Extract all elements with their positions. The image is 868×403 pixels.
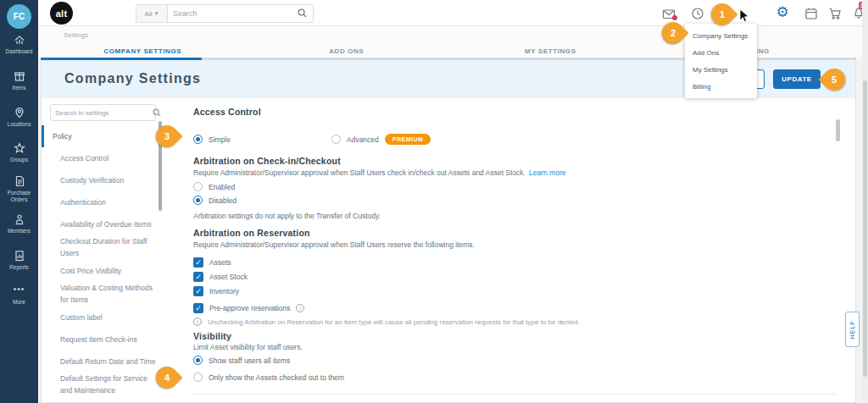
help-side-tab[interactable]: HELP <box>845 312 860 347</box>
checkbox-inventory-label: Inventory <box>209 287 239 295</box>
settings-nav-item-checkout-duration[interactable]: Checkout Duration for Staff Users <box>42 235 163 260</box>
settings-search-input[interactable] <box>51 109 153 117</box>
more-dots-icon: ••• <box>0 284 38 297</box>
settings-nav-item-policy[interactable]: Policy <box>42 125 163 147</box>
page-scrollbar-track[interactable] <box>862 0 868 403</box>
sidebar-item-purchase-orders[interactable]: Purchase Orders <box>0 175 38 203</box>
checkbox-inventory[interactable]: ✓ <box>193 286 203 296</box>
menu-item-company-settings[interactable]: Company Settings <box>685 27 757 44</box>
app-logo[interactable]: alt <box>50 2 73 25</box>
radio-enabled-label: Enabled <box>209 183 235 191</box>
visibility-description: Limit Asset visibility for staff users. <box>193 343 303 351</box>
search-icon[interactable] <box>153 105 166 120</box>
search-input[interactable] <box>168 9 298 18</box>
breadcrumb[interactable]: Settings <box>64 31 88 39</box>
calendar-icon[interactable] <box>804 6 819 21</box>
reports-icon <box>0 250 38 262</box>
radio-disabled-label: Disabled <box>209 196 236 205</box>
arbitration-checkinout-description: Require Administrator/Supervisor approva… <box>193 168 526 177</box>
settings-nav-list: Policy Access Control Custody Verificati… <box>42 125 163 397</box>
radio-simple-label: Simple <box>209 135 231 144</box>
menu-item-add-ons[interactable]: Add Ons <box>685 44 757 61</box>
sidebar-item-items[interactable]: Items <box>0 70 38 91</box>
section-title-arbitration-reservation: Arbitration on Reservation <box>193 228 310 238</box>
dashboard-icon <box>0 34 38 47</box>
unread-dot <box>672 15 677 20</box>
page-scrollbar-thumb[interactable] <box>863 80 867 377</box>
mouse-cursor <box>739 8 750 27</box>
arbitration-reservation-description: Require Administrator/Supervisor approva… <box>193 240 475 249</box>
radio-only-checked-out[interactable] <box>193 373 203 382</box>
settings-nav-item-custody-verification[interactable]: Custody Verification <box>42 169 163 191</box>
radio-advanced-label: Advanced <box>347 135 379 144</box>
radio-enabled[interactable] <box>193 182 203 191</box>
checkbox-pre-approve[interactable]: ✓ <box>193 303 203 313</box>
settings-search <box>50 104 156 121</box>
settings-nav-item-cost-price[interactable]: Cost Price Visibility <box>42 260 163 282</box>
company-settings-card: Company Settings CANCEL UPDATE Policy Ac… <box>41 60 856 403</box>
checkbox-assets-label: Assets <box>209 258 231 267</box>
radio-show-all-items[interactable] <box>193 356 203 365</box>
search-scope-dropdown[interactable]: All▼ <box>136 5 168 22</box>
menu-item-billing[interactable]: Billing <box>685 78 757 95</box>
sidebar-item-members[interactable]: Members <box>0 213 38 235</box>
content-scrollbar[interactable] <box>836 119 840 141</box>
cart-icon[interactable] <box>827 6 843 21</box>
radio-simple[interactable] <box>193 135 203 144</box>
settings-nav-item-default-service[interactable]: Default Settings for Service and Mainten… <box>42 373 163 397</box>
checkbox-pre-approve-label: Pre-approve reservations <box>209 304 290 312</box>
app-sidebar: FC Dashboard Items Locations Groups Purc… <box>0 0 38 403</box>
settings-nav-item-custom-label[interactable]: Custom label <box>42 306 163 328</box>
radio-only-checked-out-label: Only show the Assets checked out to them <box>209 373 344 382</box>
section-title-visibility: Visibility <box>193 331 231 341</box>
info-icon[interactable]: i <box>296 304 304 312</box>
groups-icon <box>0 142 38 155</box>
settings-nav: Policy Access Control Custody Verificati… <box>42 98 163 403</box>
arbitration-note: Arbitration settings do not apply to the… <box>193 212 381 220</box>
history-icon[interactable] <box>690 6 705 21</box>
radio-advanced[interactable] <box>331 135 341 144</box>
sidebar-item-locations[interactable]: Locations <box>0 107 38 128</box>
settings-content: Access Control Simple Advanced PREMIUM A… <box>175 100 844 403</box>
reservation-info-note: Unchecking Arbitration on Reservation fo… <box>208 318 580 326</box>
settings-dropdown-menu: Company Settings Add Ons My Settings Bil… <box>685 24 757 98</box>
sidebar-item-groups[interactable]: Groups <box>0 142 38 163</box>
premium-badge: PREMIUM <box>385 134 431 145</box>
menu-item-my-settings[interactable]: My Settings <box>685 61 757 78</box>
settings-nav-item-availability-overdue[interactable]: Availability of Overdue Items <box>42 213 163 235</box>
settings-gear-icon[interactable]: ⚙ <box>775 4 790 19</box>
section-title-access-control: Access Control <box>193 107 261 117</box>
purchase-orders-icon <box>0 175 38 188</box>
search-icon[interactable] <box>298 6 313 21</box>
info-icon: i <box>193 317 202 326</box>
checkbox-asset-stock-label: Asset Stock <box>209 273 248 281</box>
sidebar-item-reports[interactable]: Reports <box>0 250 38 271</box>
section-title-arbitration-checkinout: Arbitration on Check-in/Checkout <box>193 156 341 166</box>
locations-icon <box>0 107 38 119</box>
settings-nav-item-authentication[interactable]: Authentication <box>42 191 163 213</box>
items-icon <box>0 70 38 83</box>
update-button[interactable]: UPDATE <box>773 69 821 89</box>
radio-show-all-items-label: Show staff users all items <box>209 356 290 365</box>
sidebar-item-dashboard[interactable]: Dashboard <box>0 34 38 55</box>
settings-nav-item-request-checkins[interactable]: Request Item Check-ins <box>42 328 163 351</box>
messages-icon[interactable] <box>661 6 676 21</box>
sidebar-item-more[interactable]: ••• More <box>0 284 38 306</box>
settings-nav-item-valuation[interactable]: Valuation & Costing Methods for Items <box>42 282 163 306</box>
page-title: Company Settings <box>64 71 201 86</box>
section-divider <box>193 394 836 395</box>
global-search: All▼ <box>136 4 314 23</box>
chevron-down-icon: ▼ <box>153 11 159 16</box>
settings-nav-item-access-control[interactable]: Access Control <box>42 147 163 169</box>
members-icon <box>0 213 38 226</box>
avatar[interactable]: FC <box>7 4 31 29</box>
settings-nav-item-default-return[interactable]: Default Return Date and Time <box>42 351 163 373</box>
learn-more-link[interactable]: Learn more <box>529 168 565 177</box>
radio-disabled[interactable] <box>193 196 203 205</box>
checkbox-asset-stock[interactable]: ✓ <box>193 272 203 282</box>
checkbox-assets[interactable]: ✓ <box>193 257 203 268</box>
